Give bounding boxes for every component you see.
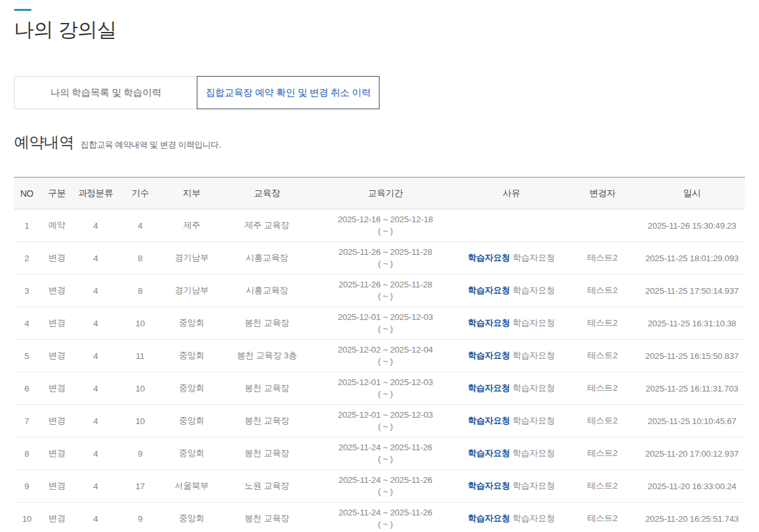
cell-branch: 중앙회 (163, 340, 220, 372)
period-dates: 2025-11-24 ~ 2025-11-26 (314, 442, 457, 453)
period-dates: 2025-11-26 ~ 2025-11-28 (314, 247, 457, 258)
col-header-type: 구분 (40, 178, 74, 209)
period-dates: 2025-12-02 ~ 2025-12-04 (314, 344, 457, 356)
period-note: ( ~ ) (314, 486, 457, 498)
cell-datetime: 2025-11-25 16:31:10.38 (639, 307, 745, 340)
cell-center: 제주 교육장 (220, 209, 314, 242)
tab-reservation-history[interactable]: 집합교육장 예약 확인 및 변경 취소 이력 (197, 76, 379, 109)
period-note: ( ~ ) (314, 356, 457, 367)
cell-round: 10 (117, 307, 163, 340)
cell-changer: 테스트2 (566, 242, 639, 275)
cell-round: 9 (117, 437, 163, 470)
col-header-changer: 변경자 (566, 178, 639, 209)
cell-period: 2025-11-26 ~ 2025-11-28 ( ~ ) (314, 242, 457, 275)
reason-strong-label: 학습자요청 (468, 318, 510, 328)
cell-branch: 중앙회 (163, 405, 220, 437)
cell-round: 8 (117, 275, 163, 307)
cell-reason: 학습자요청 학습자요청 (457, 437, 565, 470)
section-subtitle: 집합교육 예약내역 및 변경 이력입니다. (80, 139, 221, 151)
cell-changer: 테스트2 (566, 275, 639, 307)
section-head: 예약내역 집합교육 예약내역 및 변경 이력입니다. (14, 132, 745, 153)
col-header-period: 교육기간 (314, 178, 457, 209)
cell-changer: 테스트2 (566, 503, 639, 532)
cell-changer: 테스트2 (566, 372, 639, 405)
cell-branch: 경기남부 (163, 275, 220, 307)
page-title: 나의 강의실 (14, 17, 745, 43)
period-note: ( ~ ) (314, 519, 457, 530)
cell-no: 10 (14, 503, 40, 532)
cell-center: 봉천 교육장 3층 (220, 340, 314, 372)
period-dates: 2025-12-01 ~ 2025-12-03 (314, 409, 457, 421)
cell-center: 시흥교육장 (220, 242, 314, 275)
cell-branch: 중앙회 (163, 307, 220, 340)
cell-category: 4 (74, 372, 117, 405)
cell-center: 봉천 교육장 (220, 307, 314, 340)
cell-period: 2025-11-24 ~ 2025-11-26 ( ~ ) (314, 470, 457, 503)
col-header-center: 교육장 (220, 178, 314, 209)
cell-category: 4 (74, 209, 117, 242)
cell-type: 변경 (40, 307, 74, 340)
table-row: 5 변경 4 11 중앙회 봉천 교육장 3층 2025-12-02 ~ 202… (14, 340, 745, 372)
cell-period: 2025-12-02 ~ 2025-12-04 ( ~ ) (314, 340, 457, 372)
tab-bar: 나의 학습목록 및 학습이력 집합교육장 예약 확인 및 변경 취소 이력 (14, 76, 745, 109)
col-header-category: 과정분류 (74, 178, 117, 209)
cell-center: 봉천 교육장 (220, 372, 314, 405)
cell-type: 변경 (40, 503, 74, 532)
cell-datetime: 2025-11-20 17:00:12.937 (639, 437, 745, 470)
cell-category: 4 (74, 242, 117, 275)
cell-round: 9 (117, 503, 163, 532)
cell-round: 8 (117, 242, 163, 275)
cell-no: 6 (14, 372, 40, 405)
cell-branch: 중앙회 (163, 372, 220, 405)
cell-period: 2025-11-24 ~ 2025-11-26 ( ~ ) (314, 503, 457, 532)
cell-datetime: 2025-11-26 15:30:49.23 (639, 209, 745, 242)
title-accent-bar (14, 9, 31, 11)
reason-normal-label: 학습자요청 (512, 285, 555, 295)
reason-normal-label: 학습자요청 (512, 513, 555, 523)
reason-strong-label: 학습자요청 (468, 383, 510, 393)
reason-strong-label: 학습자요청 (468, 351, 510, 360)
cell-no: 5 (14, 340, 40, 372)
period-note: ( ~ ) (314, 225, 457, 237)
reason-normal-label: 학습자요청 (512, 448, 555, 458)
period-dates: 2025-12-01 ~ 2025-12-03 (314, 312, 457, 323)
period-note: ( ~ ) (314, 421, 457, 432)
cell-period: 2025-12-16 ~ 2025-12-18 ( ~ ) (314, 209, 457, 242)
cell-center: 시흥교육장 (220, 275, 314, 307)
cell-no: 4 (14, 307, 40, 340)
cell-round: 10 (117, 405, 163, 437)
cell-round: 4 (117, 209, 163, 242)
period-note: ( ~ ) (314, 388, 457, 400)
reason-strong-label: 학습자요청 (468, 285, 510, 295)
col-header-no: NO (14, 178, 40, 209)
tab-my-learning-list[interactable]: 나의 학습목록 및 학습이력 (14, 76, 197, 109)
reason-normal-label: 학습자요청 (512, 351, 555, 360)
cell-period: 2025-12-01 ~ 2025-12-03 ( ~ ) (314, 405, 457, 437)
table-row: 1 예약 4 4 제주 제주 교육장 2025-12-16 ~ 2025-12-… (14, 209, 745, 242)
reason-normal-label: 학습자요청 (512, 253, 555, 262)
cell-datetime: 2025-11-25 18:01:29.093 (639, 242, 745, 275)
reservation-table: NO 구분 과정분류 기수 지부 교육장 교육기간 사유 변경자 일시 1 예약… (14, 177, 745, 532)
period-dates: 2025-12-01 ~ 2025-12-03 (314, 377, 457, 388)
cell-category: 4 (74, 307, 117, 340)
cell-changer (566, 209, 639, 242)
cell-category: 4 (74, 340, 117, 372)
table-row: 4 변경 4 10 중앙회 봉천 교육장 2025-12-01 ~ 2025-1… (14, 307, 745, 340)
col-header-branch: 지부 (163, 178, 220, 209)
table-row: 7 변경 4 10 중앙회 봉천 교육장 2025-12-01 ~ 2025-1… (14, 405, 745, 437)
period-dates: 2025-11-26 ~ 2025-11-28 (314, 279, 457, 291)
cell-center: 노원 교육장 (220, 470, 314, 503)
cell-datetime: 2025-11-20 16:33:00.24 (639, 470, 745, 503)
cell-changer: 테스트2 (566, 405, 639, 437)
cell-reason: 학습자요청 학습자요청 (457, 503, 565, 532)
cell-round: 17 (117, 470, 163, 503)
cell-branch: 중앙회 (163, 437, 220, 470)
reservation-table-body: 1 예약 4 4 제주 제주 교육장 2025-12-16 ~ 2025-12-… (14, 209, 745, 532)
cell-no: 2 (14, 242, 40, 275)
cell-category: 4 (74, 405, 117, 437)
cell-type: 변경 (40, 275, 74, 307)
cell-reason: 학습자요청 학습자요청 (457, 307, 565, 340)
reason-strong-label: 학습자요청 (468, 253, 510, 262)
cell-no: 9 (14, 470, 40, 503)
cell-center: 봉천 교육장 (220, 405, 314, 437)
